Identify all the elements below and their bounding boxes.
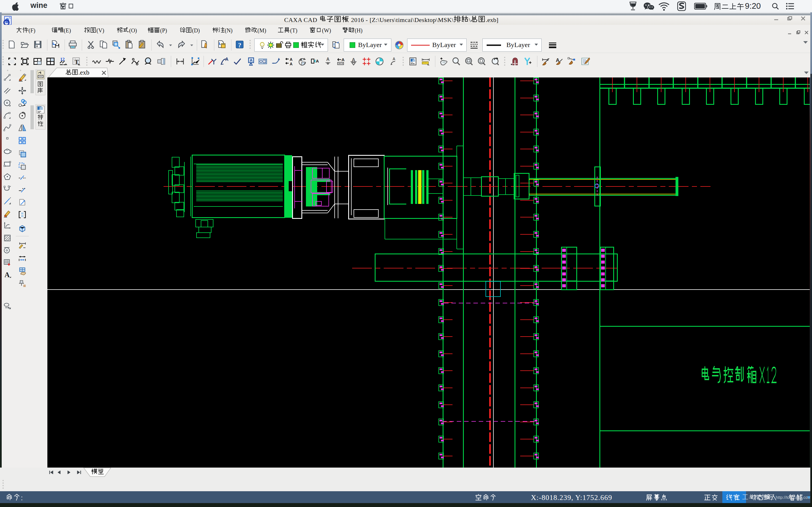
- svg-text:A: A: [342, 57, 345, 62]
- svg-text:.1: .1: [263, 60, 266, 63]
- svg-text:A: A: [316, 59, 319, 63]
- svg-text:?: ?: [238, 41, 241, 49]
- svg-text:12: 12: [60, 57, 64, 62]
- svg-text:A: A: [290, 57, 292, 62]
- svg-text:A: A: [225, 57, 229, 62]
- svg-text:A: A: [290, 62, 292, 66]
- svg-text:A: A: [326, 57, 329, 62]
- svg-text:A: A: [393, 57, 395, 61]
- svg-text:A: A: [300, 58, 302, 62]
- svg-text:A: A: [4, 271, 10, 279]
- svg-text:T: T: [75, 59, 79, 65]
- svg-text:A: A: [250, 58, 253, 62]
